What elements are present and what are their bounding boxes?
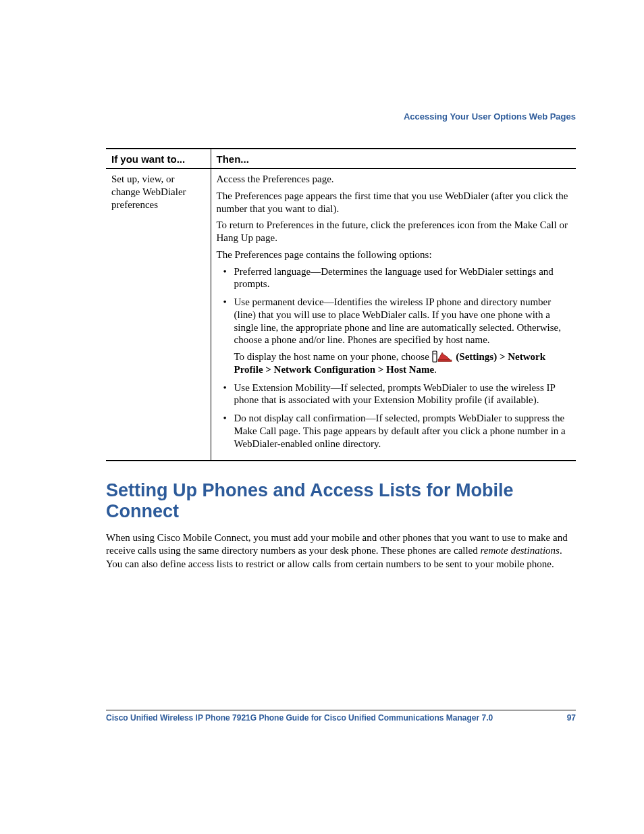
section-paragraph: When using Cisco Mobile Connect, you mus… xyxy=(106,531,576,571)
para-em: remote destinations xyxy=(481,545,560,556)
svg-rect-0 xyxy=(433,351,437,362)
option-preferred-language: Preferred language—Determines the langua… xyxy=(222,265,571,296)
option-text: Use permanent device—Identifies the wire… xyxy=(234,296,561,345)
option-extension-mobility: Use Extension Mobility—If selected, prom… xyxy=(222,382,571,413)
option-use-permanent-device: Use permanent device—Identifies the wire… xyxy=(222,296,571,382)
svg-rect-2 xyxy=(438,360,452,362)
cell-if: Set up, view, or change WebDialer prefer… xyxy=(106,169,211,461)
para-return: To return to Preferences in the future, … xyxy=(217,219,571,244)
settings-phone-icon xyxy=(432,350,454,363)
table-row: Set up, view, or change WebDialer prefer… xyxy=(106,169,576,461)
preferences-table: If you want to... Then... Set up, view, … xyxy=(106,148,576,461)
section-heading: Setting Up Phones and Access Lists for M… xyxy=(106,480,576,522)
col-header-then: Then... xyxy=(211,149,576,169)
para-first-time: The Preferences page appears the first t… xyxy=(217,190,571,215)
footer-title: Cisco Unified Wireless IP Phone 7921G Ph… xyxy=(106,713,493,723)
subtext-period: . xyxy=(434,364,437,375)
subtext-pre: To display the host name on your phone, … xyxy=(234,351,432,362)
option-subtext: To display the host name on your phone, … xyxy=(234,350,571,376)
options-list: Preferred language—Determines the langua… xyxy=(217,265,571,456)
table-header-row: If you want to... Then... xyxy=(106,149,576,169)
page-number: 97 xyxy=(567,713,576,723)
page: Accessing Your User Options Web Pages If… xyxy=(0,0,644,834)
running-header: Accessing Your User Options Web Pages xyxy=(404,111,576,122)
para-options-intro: The Preferences page contains the follow… xyxy=(217,249,571,261)
col-header-if: If you want to... xyxy=(106,149,211,169)
para-access: Access the Preferences page. xyxy=(217,173,571,186)
page-footer: Cisco Unified Wireless IP Phone 7921G Ph… xyxy=(106,710,576,723)
option-no-confirmation: Do not display call confirmation—If sele… xyxy=(222,412,571,455)
cell-then: Access the Preferences page. The Prefere… xyxy=(211,169,576,461)
